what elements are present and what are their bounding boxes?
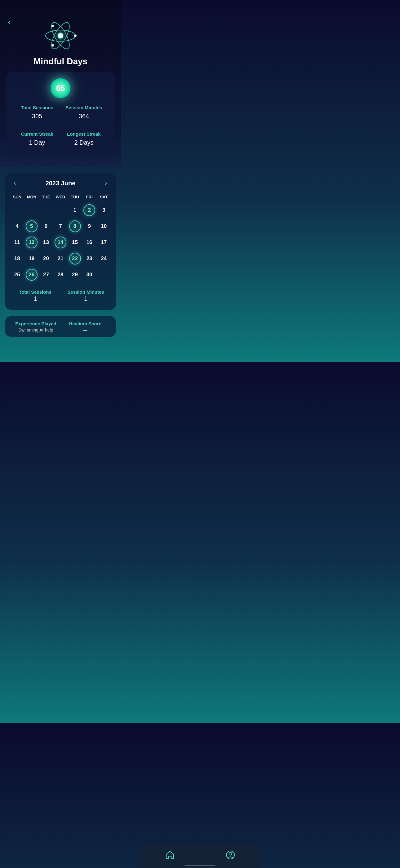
calendar-cell[interactable]: 15 (68, 235, 82, 250)
calendar-cell[interactable]: 29 (68, 268, 82, 282)
calendar-day[interactable]: 23 (84, 253, 95, 265)
calendar-day[interactable]: 20 (40, 253, 52, 265)
calendar-day[interactable]: 24 (98, 253, 110, 265)
cal-session-minutes-value: 1 (61, 295, 111, 302)
calendar-cell[interactable]: 7 (53, 219, 68, 234)
calendar-day[interactable]: 14 (55, 237, 66, 248)
calendar-day[interactable]: 22 (69, 253, 81, 265)
experience-played-value: Swimming Ar help (11, 328, 61, 333)
calendar-day[interactable]: 3 (98, 204, 110, 216)
calendar-cell[interactable]: 10 (96, 219, 111, 234)
calendar-day[interactable]: 27 (40, 269, 52, 281)
calendar-cell[interactable]: 2 (82, 203, 97, 217)
current-streak-value: 1 Day (14, 139, 61, 150)
calendar-day[interactable]: 6 (40, 220, 52, 232)
cal-total-sessions-value: 1 (10, 295, 61, 302)
calendar-grid: 1234567891011121314151617181920212223242… (10, 203, 111, 282)
calendar-cell[interactable]: 1 (68, 203, 82, 217)
calendar-day[interactable]: 1 (69, 204, 81, 216)
calendar-day[interactable]: 18 (11, 253, 23, 265)
total-sessions-value: 305 (14, 113, 61, 124)
calendar-day[interactable]: 12 (26, 237, 37, 248)
current-streak-label: Current Streak (14, 130, 61, 137)
calendar-day[interactable]: 28 (55, 269, 66, 281)
calendar-cell[interactable]: 8 (68, 219, 82, 234)
calendar-cell[interactable]: 4 (10, 219, 25, 234)
calendar-cell[interactable]: 5 (25, 219, 39, 234)
cal-session-minutes-label: Session Minutes (61, 288, 111, 295)
calendar-cell[interactable]: 20 (39, 251, 53, 266)
calendar-cell[interactable]: 12 (25, 235, 39, 250)
healium-score-label: Healium Score (61, 321, 110, 328)
calendar-day[interactable]: 26 (26, 269, 37, 281)
calendar-day[interactable]: 10 (98, 220, 110, 232)
calendar-day[interactable]: 11 (11, 237, 23, 248)
weekday-sat: SAT (96, 193, 111, 200)
calendar-day[interactable]: 21 (55, 253, 66, 265)
stats-card: 65 Total Sessions Session Minutes 305 36… (6, 72, 115, 157)
longest-streak-value: 2 Days (61, 139, 107, 150)
calendar-cell[interactable]: 14 (53, 235, 68, 250)
days-badge: 65 (51, 78, 70, 98)
svg-point-6 (74, 34, 76, 37)
calendar-day[interactable]: 5 (26, 220, 37, 232)
calendar-day[interactable]: 15 (69, 237, 81, 248)
svg-point-2 (59, 34, 62, 37)
calendar-cell (10, 203, 25, 217)
calendar-cell[interactable]: 17 (96, 235, 111, 250)
calendar-cell[interactable]: 9 (82, 219, 97, 234)
calendar-cell[interactable]: 24 (96, 251, 111, 266)
calendar-cell[interactable]: 16 (82, 235, 97, 250)
calendar-day[interactable]: 8 (69, 220, 81, 232)
healium-score-value: — (61, 328, 110, 333)
longest-streak-label: Longest Streak (61, 130, 107, 137)
total-sessions-label: Total Sessions (14, 104, 61, 111)
calendar-cell[interactable]: 3 (96, 203, 111, 217)
calendar-cell[interactable]: 25 (10, 268, 25, 282)
calendar-cell (53, 203, 68, 217)
calendar-bottom-stats: Total Sessions Session Minutes 1 1 (10, 288, 111, 302)
calendar-section: ‹ 2023 June › SUN MON TUE WED THU FRI SA… (5, 173, 116, 310)
page-title: Mindful Days (33, 57, 88, 66)
calendar-cell[interactable]: 22 (68, 251, 82, 266)
calendar-cell[interactable]: 19 (25, 251, 39, 266)
weekday-thu: THU (68, 193, 82, 200)
calendar-cell[interactable]: 13 (39, 235, 53, 250)
calendar-cell[interactable]: 11 (10, 235, 25, 250)
calendar-day[interactable]: 29 (69, 269, 81, 281)
back-button[interactable]: ‹ (8, 17, 10, 27)
experience-played-label: Experience Played (11, 321, 61, 328)
calendar-cell[interactable]: 18 (10, 251, 25, 266)
weekday-tue: TUE (39, 193, 53, 200)
calendar-cell[interactable]: 23 (82, 251, 97, 266)
calendar-cell[interactable]: 27 (39, 268, 53, 282)
calendar-prev-button[interactable]: ‹ (10, 179, 20, 187)
weekday-mon: MON (25, 193, 39, 200)
svg-point-8 (52, 44, 54, 46)
calendar-next-button[interactable]: › (101, 179, 111, 187)
calendar-day[interactable]: 30 (84, 269, 95, 281)
cal-total-sessions-label: Total Sessions (10, 288, 61, 295)
weekday-wed: WED (53, 193, 68, 200)
calendar-day[interactable]: 7 (55, 220, 66, 232)
calendar-cell[interactable]: 6 (39, 219, 53, 234)
calendar-title: 2023 June (45, 180, 76, 187)
calendar-cell[interactable]: 21 (53, 251, 68, 266)
calendar-cell[interactable]: 30 (82, 268, 97, 282)
calendar-day[interactable]: 25 (11, 269, 23, 281)
weekday-fri: FRI (82, 193, 97, 200)
calendar-cell (25, 203, 39, 217)
calendar-day[interactable]: 17 (98, 237, 110, 248)
calendar-day[interactable]: 16 (84, 237, 95, 248)
session-minutes-label: Session Minutes (61, 104, 107, 111)
calendar-day[interactable]: 19 (26, 253, 37, 265)
calendar-day[interactable]: 9 (84, 220, 95, 232)
calendar-cell[interactable]: 26 (25, 268, 39, 282)
calendar-weekdays: SUN MON TUE WED THU FRI SAT (10, 193, 111, 200)
calendar-cell[interactable]: 28 (53, 268, 68, 282)
calendar-day[interactable]: 2 (84, 204, 95, 216)
calendar-cell (39, 203, 53, 217)
calendar-day[interactable]: 13 (40, 237, 52, 248)
svg-point-7 (52, 25, 54, 27)
calendar-day[interactable]: 4 (11, 220, 23, 232)
